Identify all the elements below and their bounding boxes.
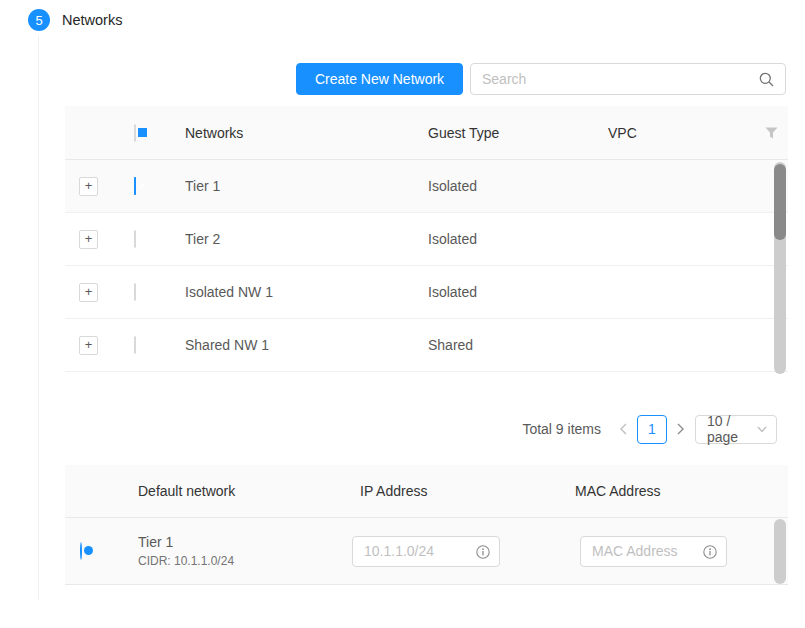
- network-name: Tier 1: [169, 178, 412, 194]
- scrollbar-thumb[interactable]: [774, 164, 786, 240]
- chevron-down-icon: [757, 426, 767, 433]
- guest-type: Isolated: [412, 178, 596, 194]
- table-row[interactable]: + Isolated NW 1 Isolated: [65, 266, 788, 319]
- search-input[interactable]: [471, 71, 759, 87]
- step-title: Networks: [62, 12, 122, 28]
- default-network-cidr: CIDR: 10.1.1.0/24: [138, 554, 347, 568]
- guest-type: Isolated: [412, 231, 596, 247]
- step-tail-line: [38, 36, 39, 600]
- expand-row-button[interactable]: +: [79, 283, 98, 302]
- page-1-button[interactable]: 1: [637, 415, 667, 444]
- default-network-row[interactable]: Tier 1 CIDR: 10.1.1.0/24: [65, 518, 788, 585]
- column-header-default-network: Default network: [125, 483, 347, 499]
- search-box[interactable]: [470, 63, 786, 95]
- networks-table-header: Networks Guest Type VPC: [65, 106, 788, 160]
- filter-icon[interactable]: [726, 127, 788, 139]
- row-checkbox[interactable]: [134, 230, 136, 248]
- step-number-badge: 5: [28, 9, 50, 31]
- create-new-network-button[interactable]: Create New Network: [296, 63, 463, 95]
- row-checkbox[interactable]: [134, 177, 136, 195]
- search-icon[interactable]: [759, 72, 785, 87]
- network-name: Isolated NW 1: [169, 284, 412, 300]
- expand-row-button[interactable]: +: [79, 177, 98, 196]
- row-checkbox[interactable]: [134, 336, 136, 354]
- default-network-radio[interactable]: [80, 542, 82, 560]
- row-checkbox[interactable]: [134, 283, 136, 301]
- table-row[interactable]: + Tier 1 Isolated: [65, 160, 788, 213]
- mac-address-field-wrapper: [580, 536, 727, 567]
- guest-type: Shared: [412, 337, 596, 353]
- network-name: Shared NW 1: [169, 337, 412, 353]
- default-network-name: Tier 1: [138, 534, 347, 550]
- guest-type: Isolated: [412, 284, 596, 300]
- previous-page-button[interactable]: [617, 423, 629, 435]
- expand-row-button[interactable]: +: [79, 336, 98, 355]
- select-all-checkbox[interactable]: [134, 124, 136, 142]
- page-size-select[interactable]: 10 / page: [695, 415, 777, 444]
- expand-row-button[interactable]: +: [79, 230, 98, 249]
- column-header-networks[interactable]: Networks: [169, 125, 412, 141]
- column-header-guest-type[interactable]: Guest Type: [412, 125, 596, 141]
- page-size-value: 10 / page: [707, 413, 757, 445]
- info-icon[interactable]: [703, 545, 717, 559]
- table-scrollbar[interactable]: [774, 519, 786, 584]
- network-name: Tier 2: [169, 231, 412, 247]
- next-page-button[interactable]: [675, 423, 687, 435]
- pagination: Total 9 items 1 10 / page: [522, 414, 777, 444]
- ip-address-field-wrapper: [352, 536, 500, 567]
- default-network-table-header: Default network IP Address MAC Address: [65, 465, 788, 518]
- column-header-mac-address: MAC Address: [562, 483, 788, 499]
- networks-table: Networks Guest Type VPC + Tier 1 Isolate…: [65, 106, 788, 372]
- table-row[interactable]: + Tier 2 Isolated: [65, 213, 788, 266]
- table-scrollbar[interactable]: [774, 162, 786, 374]
- table-row[interactable]: + Shared NW 1 Shared: [65, 319, 788, 372]
- pagination-total: Total 9 items: [522, 421, 601, 437]
- default-network-table: Default network IP Address MAC Address T…: [65, 465, 788, 585]
- info-icon[interactable]: [476, 545, 490, 559]
- column-header-ip-address: IP Address: [347, 483, 562, 499]
- column-header-vpc[interactable]: VPC: [596, 125, 726, 141]
